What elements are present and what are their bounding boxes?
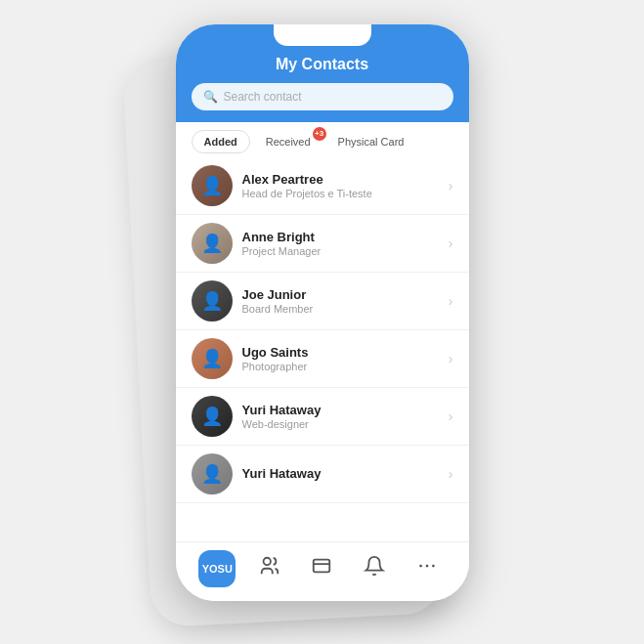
- contact-info: Yuri Hataway: [242, 466, 449, 482]
- contact-info: Alex Peartree Head de Projetos e Ti-test…: [242, 172, 449, 199]
- svg-point-3: [419, 565, 422, 568]
- contact-info: Joe Junior Board Member: [242, 287, 449, 315]
- avatar: 👤: [192, 396, 233, 437]
- search-input-placeholder: Search contact: [224, 90, 302, 104]
- contact-name: Ugo Saints: [242, 345, 449, 360]
- contact-item[interactable]: 👤 Alex Peartree Head de Projetos e Ti-te…: [176, 157, 469, 215]
- avatar: 👤: [192, 338, 233, 379]
- avatar: 👤: [192, 165, 233, 206]
- tabs-container: Added Received +3 Physical Card: [176, 122, 469, 157]
- chevron-right-icon: ›: [449, 466, 453, 482]
- svg-point-4: [425, 565, 428, 568]
- chevron-right-icon: ›: [449, 351, 453, 366]
- contact-role: Photographer: [242, 361, 449, 372]
- contact-role: Project Manager: [242, 245, 449, 257]
- chevron-right-icon: ›: [449, 178, 453, 193]
- contact-name: Joe Junior: [242, 287, 449, 302]
- contact-list: 👤 Alex Peartree Head de Projetos e Ti-te…: [176, 157, 469, 541]
- svg-point-5: [432, 565, 435, 568]
- svg-rect-1: [314, 560, 330, 573]
- contact-item[interactable]: 👤 Yuri Hataway ›: [176, 446, 469, 503]
- contact-item[interactable]: 👤 Anne Bright Project Manager ›: [176, 215, 469, 273]
- contacts-nav-icon[interactable]: [251, 551, 288, 585]
- header-title: My Contacts: [276, 56, 368, 73]
- bottom-nav: YOSU: [176, 541, 469, 601]
- more-nav-icon[interactable]: [408, 551, 446, 585]
- phone: My Contacts 🔍 Search contact Added Recei…: [176, 24, 469, 601]
- card-nav-icon[interactable]: [303, 551, 340, 585]
- search-icon: 🔍: [203, 90, 218, 104]
- tab-physical-card[interactable]: Physical Card: [326, 131, 416, 152]
- tab-added[interactable]: Added: [192, 130, 250, 153]
- svg-point-0: [263, 558, 270, 565]
- contact-name: Yuri Hataway: [242, 403, 449, 417]
- contact-name: Yuri Hataway: [242, 466, 449, 481]
- avatar: 👤: [192, 280, 233, 322]
- chevron-right-icon: ›: [449, 293, 453, 309]
- search-bar[interactable]: 🔍 Search contact: [192, 83, 453, 110]
- received-badge: +3: [313, 127, 326, 141]
- contact-item[interactable]: 👤 Joe Junior Board Member ›: [176, 273, 469, 330]
- contact-info: Ugo Saints Photographer: [242, 345, 449, 372]
- contact-item[interactable]: 👤 Yuri Hataway Web-designer ›: [176, 388, 469, 446]
- contact-name: Alex Peartree: [242, 172, 449, 187]
- bell-nav-icon[interactable]: [356, 551, 393, 585]
- contact-role: Head de Projetos e Ti-teste: [242, 188, 449, 199]
- contact-role: Board Member: [242, 303, 449, 315]
- contact-info: Yuri Hataway Web-designer: [242, 403, 449, 430]
- phone-wrapper: My Contacts 🔍 Search contact Added Recei…: [166, 24, 479, 630]
- phone-content: My Contacts 🔍 Search contact Added Recei…: [176, 24, 469, 601]
- notch: [274, 24, 371, 46]
- contact-info: Anne Bright Project Manager: [242, 230, 449, 257]
- avatar: 👤: [192, 223, 233, 264]
- chevron-right-icon: ›: [449, 236, 453, 251]
- contact-name: Anne Bright: [242, 230, 449, 244]
- tab-received[interactable]: Received +3: [254, 131, 322, 152]
- chevron-right-icon: ›: [449, 408, 453, 424]
- logo-text: YOSU: [202, 563, 233, 575]
- app-logo-button[interactable]: YOSU: [198, 550, 236, 587]
- contact-item[interactable]: 👤 Ugo Saints Photographer ›: [176, 330, 469, 388]
- avatar: 👤: [192, 453, 233, 494]
- contact-role: Web-designer: [242, 418, 449, 430]
